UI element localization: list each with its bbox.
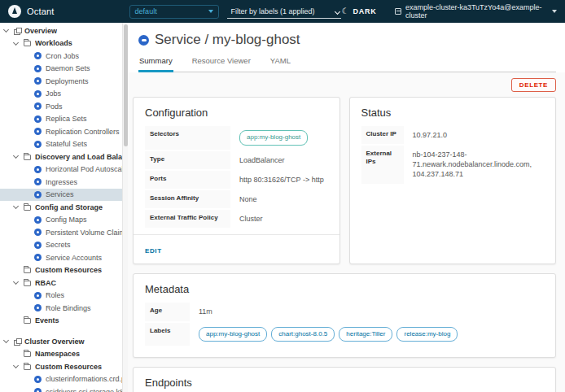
sidebar-scrollbar[interactable] (122, 23, 128, 392)
namespace-select[interactable]: default (129, 5, 220, 19)
label-tag[interactable]: app:my-blog-ghost (199, 327, 267, 342)
config-row: External Traffic PolicyCluster (145, 210, 328, 228)
sidebar-item-jobs[interactable]: Jobs (0, 88, 122, 101)
sidebar-item-deployments[interactable]: Deployments (0, 75, 122, 88)
sidebar-item-config-and-storage[interactable]: Config and Storage (0, 201, 122, 214)
label-tag[interactable]: chart:ghost-8.0.5 (271, 327, 335, 342)
sidebar-item-csidrivers-csi-storage-k8s-io[interactable]: csidrivers.csi.storage.k8s.io (0, 385, 122, 392)
sidebar-item-persistent-volume-claims[interactable]: Persistent Volume Claims (0, 226, 122, 239)
overview-icon (14, 28, 20, 34)
sidebar-item-overview[interactable]: Overview (0, 24, 122, 37)
sidebar-item-label: Config and Storage (35, 203, 103, 211)
sidebar-item-label: Service Accounts (46, 254, 102, 262)
sidebar-item-label: Workloads (35, 39, 72, 47)
label-filter-text: Filter by labels (1 applied) (230, 7, 335, 15)
sidebar-item-discovery-and-load-balancing[interactable]: Discovery and Load Balancing (0, 150, 122, 163)
top-bar: Octant default Filter by labels (1 appli… (0, 0, 565, 23)
sidebar-item-cron-jobs[interactable]: Cron Jobs (0, 50, 122, 63)
sidebar-item-secrets[interactable]: Secrets (0, 239, 122, 252)
sidebar-item-label: Cluster Overview (24, 338, 85, 346)
resource-icon (34, 242, 42, 249)
chevron-down-icon[interactable] (13, 203, 19, 209)
chevron-down-icon (552, 10, 557, 13)
sidebar-item-label: Discovery and Load Balancing (35, 153, 122, 161)
theme-toggle[interactable]: ☾ DARK (341, 7, 376, 15)
config-row-label: Type (145, 151, 230, 169)
edit-button[interactable]: EDIT (145, 247, 162, 255)
sidebar-item-label: Config Maps (46, 216, 87, 224)
chevron-placeholder (13, 317, 19, 323)
sidebar-item-custom-resources[interactable]: Custom Resources (0, 360, 122, 373)
status-row-label: Cluster IP (361, 126, 404, 144)
sidebar-item-custom-resources[interactable]: Custom Resources (0, 264, 122, 277)
sidebar-item-service-accounts[interactable]: Service Accounts (0, 251, 122, 264)
config-row-value: http 80:31626/TCP -> http (230, 171, 328, 189)
config-row-value: None (230, 190, 328, 208)
config-row-value: Cluster (230, 210, 328, 228)
resource-icon (34, 254, 42, 261)
config-row-label: Session Affinity (145, 190, 230, 208)
chevron-down-icon (208, 10, 213, 13)
sidebar-item-label: Role Bindings (46, 304, 91, 312)
sidebar-item-replication-controllers[interactable]: Replication Controllers (0, 125, 122, 138)
sidebar-item-workloads[interactable]: Workloads (0, 37, 122, 50)
sidebar-item-stateful-sets[interactable]: Stateful Sets (0, 138, 122, 151)
chevron-down-icon[interactable] (3, 338, 9, 343)
chevron-down-icon[interactable] (13, 279, 19, 285)
status-row-value: nb-104-237-148-71.newark.nodebalancer.li… (404, 146, 545, 183)
tab-bar: Summary Resource Viewer YAML (138, 56, 556, 72)
sidebar-item-namespaces[interactable]: Namespaces (0, 348, 122, 361)
delete-button[interactable]: DELETE (511, 78, 556, 92)
chevron-down-icon[interactable] (13, 153, 19, 159)
configuration-card: Configuration Selectorsapp:my-blog-ghost… (133, 97, 340, 264)
sidebar-item-pods[interactable]: Pods (0, 100, 122, 113)
label-filter-input[interactable]: Filter by labels (1 applied) (227, 5, 341, 19)
resource-icon (34, 77, 42, 85)
sidebar-item-label: Secrets (46, 241, 71, 249)
cluster-label: example-cluster-ka3TuTzYo4a@example-clus… (405, 3, 548, 20)
resource-icon (34, 304, 42, 311)
config-row: Portshttp 80:31626/TCP -> http (145, 171, 328, 189)
sidebar-item-label: Persistent Volume Claims (46, 229, 122, 237)
sidebar-item-ingresses[interactable]: Ingresses (0, 176, 122, 189)
sidebar-item-services[interactable]: Services (0, 189, 122, 202)
folder-icon (24, 281, 31, 286)
label-tag[interactable]: heritage:Tiller (339, 327, 392, 342)
sidebar-item-clusterinformations-crd-projec[interactable]: clusterinformations.crd.projec (0, 373, 122, 386)
main-content: Service / my-blog-ghost Summary Resource… (128, 23, 565, 392)
resource-icon (34, 178, 42, 185)
cluster-menu[interactable]: example-cluster-ka3TuTzYo4a@example-clus… (395, 3, 557, 20)
sidebar-item-label: Ingresses (46, 178, 77, 186)
sidebar-item-rbac[interactable]: RBAC (0, 277, 122, 290)
folder-icon (24, 364, 31, 370)
tab-yaml[interactable]: YAML (269, 56, 291, 72)
sidebar-item-label: RBAC (35, 279, 56, 287)
metadata-title: Metadata (134, 274, 555, 303)
octant-logo-icon (8, 5, 21, 18)
chevron-down-icon[interactable] (13, 363, 19, 368)
sidebar-item-label: Daemon Sets (46, 64, 90, 72)
chevron-down-icon[interactable] (13, 40, 19, 46)
sidebar-item-roles[interactable]: Roles (0, 290, 122, 303)
namespace-value: default (135, 7, 209, 15)
sidebar-item-replica-sets[interactable]: Replica Sets (0, 113, 122, 126)
sidebar-item-role-bindings[interactable]: Role Bindings (0, 302, 122, 315)
tab-summary[interactable]: Summary (138, 56, 173, 72)
sidebar-item-cluster-overview[interactable]: Cluster Overview (0, 335, 122, 348)
label-tag[interactable]: release:my-blog (396, 327, 458, 342)
sidebar-item-config-maps[interactable]: Config Maps (0, 214, 122, 227)
status-row-label: External IPs (361, 146, 404, 183)
resource-icon (34, 141, 42, 148)
resource-icon (34, 128, 42, 135)
tab-resource-viewer[interactable]: Resource Viewer (191, 56, 252, 72)
sidebar-item-label: Pods (46, 102, 63, 111)
sidebar-item-daemon-sets[interactable]: Daemon Sets (0, 63, 122, 76)
sidebar-item-horizontal-pod-autoscalers[interactable]: Horizontal Pod Autoscalers (0, 163, 122, 176)
sidebar-item-events[interactable]: Events (0, 315, 122, 328)
config-row-label: Ports (145, 171, 230, 189)
folder-icon (24, 351, 31, 357)
chevron-down-icon[interactable] (3, 27, 9, 33)
resource-icon (34, 115, 42, 123)
resource-icon (34, 376, 42, 383)
selector-tag[interactable]: app:my-blog-ghost (239, 130, 308, 146)
